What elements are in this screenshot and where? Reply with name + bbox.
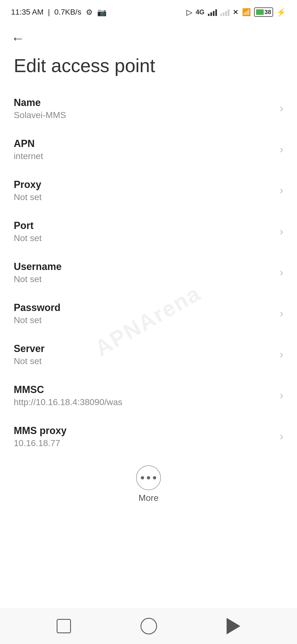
more-label[interactable]: More bbox=[139, 493, 159, 503]
back-button-container[interactable]: ← bbox=[0, 22, 297, 49]
settings-value-5: Not set bbox=[14, 315, 274, 325]
settings-item-content-5: Password Not set bbox=[14, 302, 274, 325]
dot-1 bbox=[141, 476, 144, 479]
settings-label-2: Proxy bbox=[14, 179, 274, 190]
settings-value-8: 10.16.18.77 bbox=[14, 438, 274, 448]
page-title: Edit access point bbox=[0, 49, 297, 88]
nav-home-button[interactable] bbox=[141, 618, 157, 634]
more-button-container[interactable]: More bbox=[0, 457, 297, 509]
signal-bars-2 bbox=[220, 8, 229, 16]
settings-value-4: Not set bbox=[14, 274, 274, 284]
settings-item-mms-proxy[interactable]: MMS proxy 10.16.18.77 › bbox=[0, 416, 297, 457]
settings-item-content-0: Name Solavei-MMS bbox=[14, 97, 274, 120]
speed-label: | bbox=[48, 8, 50, 17]
wifi-x-icon: ✕ bbox=[233, 8, 239, 17]
settings-item-apn[interactable]: APN internet › bbox=[0, 129, 297, 170]
battery-percent: 38 bbox=[265, 9, 271, 16]
settings-item-content-1: APN internet bbox=[14, 138, 274, 161]
settings-value-0: Solavei-MMS bbox=[14, 110, 274, 120]
settings-item-name[interactable]: Name Solavei-MMS › bbox=[0, 88, 297, 129]
settings-item-content-3: Port Not set bbox=[14, 220, 274, 243]
charging-icon: ⚡ bbox=[276, 8, 286, 17]
chevron-icon-8: › bbox=[280, 431, 283, 443]
chevron-icon-7: › bbox=[280, 390, 283, 402]
chevron-icon-1: › bbox=[280, 144, 283, 155]
settings-item-content-8: MMS proxy 10.16.18.77 bbox=[14, 425, 274, 448]
wifi-icon: 📶 bbox=[242, 8, 251, 17]
chevron-icon-3: › bbox=[280, 226, 283, 238]
settings-value-1: internet bbox=[14, 151, 274, 161]
settings-item-content-2: Proxy Not set bbox=[14, 179, 274, 202]
dot-2 bbox=[147, 476, 150, 479]
settings-item-mmsc[interactable]: MMSC http://10.16.18.4:38090/was › bbox=[0, 375, 297, 416]
nav-square-button[interactable] bbox=[57, 619, 71, 633]
settings-label-6: Server bbox=[14, 343, 274, 354]
signal-bars-1 bbox=[208, 8, 217, 16]
settings-label-0: Name bbox=[14, 97, 274, 108]
status-bar: 11:35 AM | 0.7KB/s ⚙ 📷 ▷ 4G ✕ 📶 38 ⚡ bbox=[0, 0, 297, 22]
settings-label-5: Password bbox=[14, 302, 274, 313]
settings-value-2: Not set bbox=[14, 192, 274, 202]
settings-label-1: APN bbox=[14, 138, 274, 149]
settings-label-8: MMS proxy bbox=[14, 425, 274, 436]
chevron-icon-0: › bbox=[280, 103, 283, 114]
navigation-bar bbox=[0, 608, 297, 644]
signal-4g-icon: 4G bbox=[196, 8, 205, 16]
back-arrow-icon[interactable]: ← bbox=[11, 31, 25, 46]
status-bar-left: 11:35 AM | 0.7KB/s ⚙ 📷 bbox=[11, 8, 107, 17]
settings-item-content-6: Server Not set bbox=[14, 343, 274, 366]
settings-item-proxy[interactable]: Proxy Not set › bbox=[0, 170, 297, 211]
settings-item-port[interactable]: Port Not set › bbox=[0, 211, 297, 252]
settings-label-3: Port bbox=[14, 220, 274, 231]
network-speed: 0.7KB/s bbox=[54, 8, 81, 17]
chevron-icon-2: › bbox=[280, 185, 283, 197]
status-bar-right: ▷ 4G ✕ 📶 38 ⚡ bbox=[186, 7, 286, 17]
chevron-icon-4: › bbox=[280, 267, 283, 279]
settings-icon: ⚙ bbox=[86, 8, 93, 17]
settings-value-7: http://10.16.18.4:38090/was bbox=[14, 397, 274, 407]
battery-indicator: 38 bbox=[254, 7, 273, 17]
settings-list: Name Solavei-MMS › APN internet › Proxy … bbox=[0, 88, 297, 457]
settings-item-content-7: MMSC http://10.16.18.4:38090/was bbox=[14, 384, 274, 407]
settings-item-password[interactable]: Password Not set › bbox=[0, 293, 297, 334]
nav-back-button[interactable] bbox=[227, 618, 240, 634]
settings-value-6: Not set bbox=[14, 356, 274, 366]
settings-item-server[interactable]: Server Not set › bbox=[0, 334, 297, 375]
more-dots bbox=[141, 476, 156, 479]
settings-value-3: Not set bbox=[14, 233, 274, 243]
more-icon-button[interactable] bbox=[136, 465, 161, 490]
chevron-icon-5: › bbox=[280, 308, 283, 320]
settings-item-content-4: Username Not set bbox=[14, 261, 274, 284]
dot-3 bbox=[153, 476, 156, 479]
bluetooth-icon: ▷ bbox=[186, 8, 193, 17]
settings-label-4: Username bbox=[14, 261, 274, 272]
camera-icon: 📷 bbox=[97, 8, 107, 17]
settings-label-7: MMSC bbox=[14, 384, 274, 395]
settings-item-username[interactable]: Username Not set › bbox=[0, 252, 297, 293]
chevron-icon-6: › bbox=[280, 349, 283, 361]
time-label: 11:35 AM bbox=[11, 8, 43, 17]
